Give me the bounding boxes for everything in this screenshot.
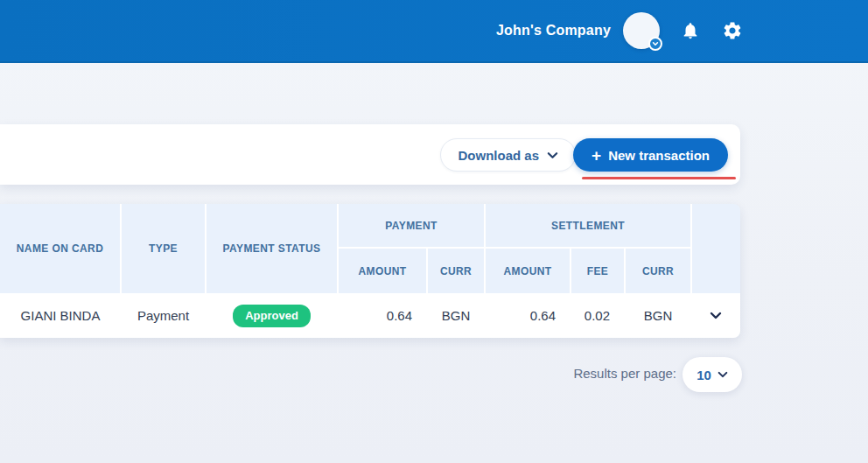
transactions-table: NAME ON CARD TYPE PAYMENT STATUS PAYMENT… <box>0 204 740 338</box>
col-header-payment-amount: AMOUNT <box>338 248 427 293</box>
new-transaction-label: New transaction <box>608 148 710 163</box>
col-header-type: TYPE <box>121 204 206 293</box>
cell-settlement-amount: 0.64 <box>485 293 570 338</box>
col-header-payment-curr: CURR <box>427 248 485 293</box>
col-header-expand <box>691 204 740 293</box>
row-expand-button[interactable] <box>705 305 726 326</box>
topbar: John's Company <box>0 0 868 63</box>
col-group-payment: PAYMENT <box>338 204 485 248</box>
avatar-chevron-badge-icon <box>648 37 662 51</box>
col-group-settlement: SETTLEMENT <box>485 204 691 248</box>
download-as-button[interactable]: Download as <box>440 138 576 172</box>
chevron-down-icon <box>547 151 558 159</box>
chevron-down-icon <box>718 371 728 378</box>
account-menu[interactable] <box>623 12 660 49</box>
transactions-toolbar: Download as + New transaction <box>0 124 740 185</box>
cell-settlement-fee: 0.02 <box>570 293 625 338</box>
col-header-settlement-fee: FEE <box>570 248 625 293</box>
chevron-down-icon <box>710 312 722 319</box>
notifications-button[interactable] <box>679 19 702 42</box>
cell-expand <box>691 293 740 338</box>
table-row: GIANI BINDA Payment Approved 0.64 BGN 0.… <box>0 293 740 338</box>
settings-button[interactable] <box>721 19 744 42</box>
cell-payment-curr: BGN <box>427 293 485 338</box>
col-header-payment-status: PAYMENT STATUS <box>206 204 338 293</box>
col-header-settlement-amount: AMOUNT <box>485 248 570 293</box>
results-per-page-value: 10 <box>696 368 711 382</box>
results-per-page-label: Results per page: <box>573 366 676 381</box>
cell-payment-status: Approved <box>206 293 338 338</box>
download-as-label: Download as <box>458 148 539 163</box>
cell-name-on-card: GIANI BINDA <box>0 293 121 338</box>
new-transaction-button[interactable]: + New transaction <box>573 138 728 172</box>
new-transaction-highlight-underline <box>582 177 736 179</box>
cell-payment-amount: 0.64 <box>338 293 427 338</box>
status-badge: Approved <box>233 305 311 327</box>
company-name: John's Company <box>496 23 611 39</box>
bell-icon <box>681 21 700 40</box>
plus-icon: + <box>592 147 601 164</box>
col-header-name-on-card: NAME ON CARD <box>0 204 121 293</box>
results-per-page-select[interactable]: 10 <box>682 357 742 392</box>
gear-icon <box>722 20 743 41</box>
cell-settlement-curr: BGN <box>625 293 691 338</box>
col-header-settlement-curr: CURR <box>625 248 691 293</box>
cell-type: Payment <box>121 293 206 338</box>
